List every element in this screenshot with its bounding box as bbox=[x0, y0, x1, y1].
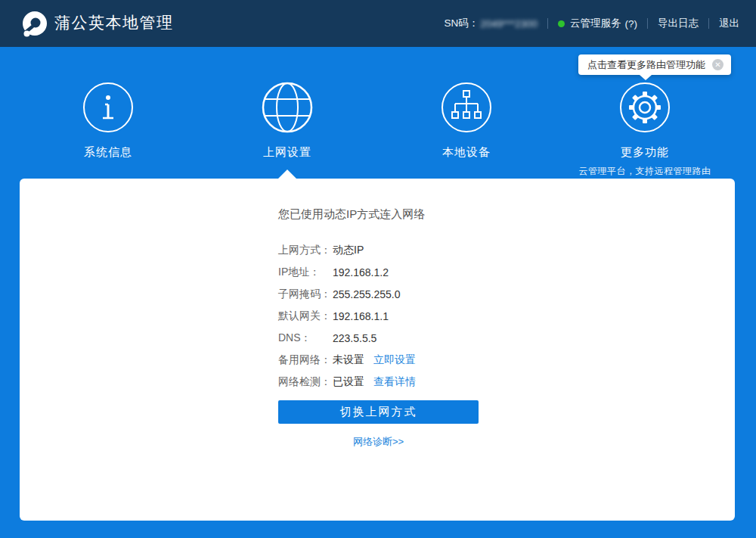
cloud-service-help-link[interactable]: (?) bbox=[625, 18, 638, 30]
row-value: 192.168.1.2 bbox=[333, 266, 389, 278]
info-icon bbox=[82, 82, 134, 133]
info-row-connection-type: 上网方式： 动态IP bbox=[278, 239, 735, 261]
app-title: 蒲公英本地管理 bbox=[54, 12, 174, 33]
header-divider bbox=[547, 18, 548, 29]
network-diagnosis-link[interactable]: 网络诊断>> bbox=[353, 436, 404, 447]
row-label: IP地址： bbox=[278, 266, 333, 279]
page: 蒲公英本地管理 SN码： 2049***2300 云管理服务 (?) 导出日志 … bbox=[0, 0, 756, 538]
header-divider bbox=[708, 18, 709, 29]
row-value: 动态IP bbox=[333, 244, 364, 257]
row-value: 已设置 bbox=[333, 375, 364, 389]
globe-icon bbox=[262, 82, 313, 133]
row-value: 未设置 bbox=[333, 353, 364, 367]
setup-now-link[interactable]: 立即设置 bbox=[373, 353, 416, 367]
row-label: 上网方式： bbox=[278, 244, 333, 257]
nav-label: 上网设置 bbox=[219, 145, 355, 160]
nav-item-more-features[interactable]: 更多功能 云管理平台，支持远程管理路由器 bbox=[577, 82, 713, 191]
status-dot-icon bbox=[558, 20, 565, 27]
row-label: 默认网关： bbox=[278, 309, 333, 323]
header-divider bbox=[647, 18, 648, 29]
info-row-backup-network: 备用网络： 未设置 立即设置 bbox=[278, 349, 735, 371]
nav-item-system-info[interactable]: 系统信息 bbox=[40, 82, 176, 160]
tooltip-text: 点击查看更多路由管理功能 bbox=[587, 58, 705, 72]
switch-connection-mode-button[interactable]: 切换上网方式 bbox=[278, 400, 479, 424]
close-icon[interactable]: ✕ bbox=[712, 59, 723, 70]
tooltip-arrow bbox=[640, 75, 652, 80]
sn-label: SN码： bbox=[444, 17, 479, 30]
info-row-gateway: 默认网关： 192.168.1.1 bbox=[278, 305, 735, 327]
nav-label: 更多功能 bbox=[577, 145, 713, 160]
nav-label: 本地设备 bbox=[398, 145, 534, 160]
row-label: 备用网络： bbox=[278, 353, 333, 367]
connection-status-title: 您已使用动态IP方式连入网络 bbox=[278, 207, 735, 222]
nav-item-local-devices[interactable]: 本地设备 bbox=[398, 82, 534, 160]
cloud-service-label: 云管理服务 bbox=[570, 17, 621, 30]
row-label: 子网掩码： bbox=[278, 288, 333, 301]
header-actions: SN码： 2049***2300 云管理服务 (?) 导出日志 退出 bbox=[444, 0, 739, 47]
sn-value: 2049***2300 bbox=[480, 18, 538, 30]
info-row-dns: DNS： 223.5.5.5 bbox=[278, 327, 735, 349]
sn-number: SN码： 2049***2300 bbox=[444, 17, 538, 30]
row-label: 网络检测： bbox=[278, 375, 333, 389]
cloud-service-status[interactable]: 云管理服务 (?) bbox=[558, 17, 637, 30]
nav-item-internet-settings[interactable]: 上网设置 bbox=[219, 82, 355, 160]
row-value: 255.255.255.0 bbox=[333, 288, 401, 300]
card-caret bbox=[278, 169, 296, 179]
gear-icon bbox=[619, 82, 671, 133]
logout-button[interactable]: 退出 bbox=[719, 17, 739, 30]
row-value: 192.168.1.1 bbox=[333, 310, 389, 322]
info-row-network-detection: 网络检测： 已设置 查看详情 bbox=[278, 371, 735, 393]
info-row-ip-address: IP地址： 192.168.1.2 bbox=[278, 261, 735, 283]
more-features-tooltip: 点击查看更多路由管理功能 ✕ bbox=[578, 54, 731, 75]
row-label: DNS： bbox=[278, 331, 333, 345]
export-log-button[interactable]: 导出日志 bbox=[658, 17, 699, 30]
header-bar: 蒲公英本地管理 SN码： 2049***2300 云管理服务 (?) 导出日志 … bbox=[0, 0, 756, 47]
network-tree-icon bbox=[441, 82, 492, 133]
connection-info-card: 您已使用动态IP方式连入网络 上网方式： 动态IP IP地址： 192.168.… bbox=[20, 179, 735, 521]
app-logo-icon bbox=[21, 10, 48, 37]
info-row-subnet-mask: 子网掩码： 255.255.255.0 bbox=[278, 283, 735, 305]
nav-label: 系统信息 bbox=[40, 145, 176, 160]
row-value: 223.5.5.5 bbox=[333, 332, 376, 344]
view-details-link[interactable]: 查看详情 bbox=[373, 375, 416, 389]
